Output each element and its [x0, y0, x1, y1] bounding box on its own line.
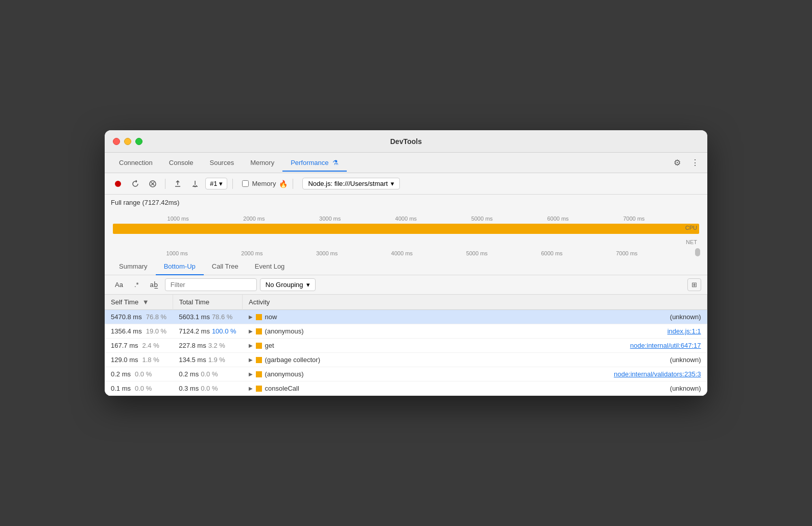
refresh-icon	[131, 180, 139, 188]
tab-bottom-up[interactable]: Bottom-Up	[156, 258, 204, 275]
cell-total-time: 227.8 ms3.2 %	[173, 339, 242, 353]
total-time-pct: 3.2 %	[208, 342, 225, 349]
whole-word-button[interactable]: ab̲	[146, 279, 162, 291]
memory-checkbox[interactable]	[242, 180, 249, 187]
profile-selector[interactable]: #1 ▾	[205, 178, 227, 189]
total-time-ms: 7124.2 ms	[179, 327, 210, 335]
table-row[interactable]: 0.1 ms0.0 %0.3 ms0.0 % ▶ consoleCall (un…	[105, 381, 707, 396]
activity-name: consoleCall	[265, 385, 299, 392]
sort-arrow: ▼	[142, 298, 149, 306]
cell-activity: ▶ (anonymous) index.js:1:1	[243, 324, 707, 339]
table-row[interactable]: 1356.4 ms19.0 %7124.2 ms100.0 % ▶ (anony…	[105, 324, 707, 339]
col-total-time: Total Time	[173, 295, 242, 310]
case-sensitive-button[interactable]: Aa	[111, 279, 127, 291]
clear-icon	[149, 180, 157, 188]
activity-cell: ▶ (garbage collector) (unknown)	[249, 356, 701, 364]
memory-label[interactable]: Memory	[252, 180, 276, 187]
self-time-ms: 0.2 ms	[111, 370, 131, 378]
divider-3	[293, 179, 293, 189]
activity-cell: ▶ (anonymous) index.js:1:1	[249, 327, 701, 335]
tab-connection[interactable]: Connection	[111, 155, 161, 172]
self-time-ms: 1356.4 ms	[111, 327, 142, 335]
upload-button[interactable]	[171, 178, 185, 190]
self-time-pct: 76.8 %	[146, 313, 166, 321]
total-time-pct: 100.0 %	[212, 327, 236, 335]
ruler-marks-top: 1000 ms 2000 ms 3000 ms 4000 ms 5000 ms …	[113, 216, 699, 222]
title-bar: DevTools	[105, 130, 707, 153]
net-label: NET	[686, 239, 697, 245]
self-time-pct: 0.0 %	[135, 370, 152, 378]
expand-button[interactable]: ▶	[249, 328, 253, 334]
panel-toggle-button[interactable]: ⊞	[687, 278, 701, 291]
total-time-ms: 134.5 ms	[179, 356, 206, 364]
target-selector[interactable]: Node.js: file:///Users/stmart ▾	[302, 178, 400, 189]
cell-total-time: 5603.1 ms78.6 %	[173, 310, 242, 324]
cell-self-time: 1356.4 ms19.0 %	[105, 324, 173, 339]
clear-button[interactable]	[146, 178, 160, 190]
expand-button[interactable]: ▶	[249, 357, 253, 363]
self-time-ms: 0.1 ms	[111, 385, 131, 392]
self-time-ms: 5470.8 ms	[111, 313, 142, 321]
grouping-select[interactable]: No Grouping ▾	[260, 278, 316, 291]
activity-cell: ▶ get node:internal/util:647:17	[249, 342, 701, 349]
table-row[interactable]: 167.7 ms2.4 %227.8 ms3.2 % ▶ get node:in…	[105, 339, 707, 353]
col-self-time[interactable]: Self Time ▼	[105, 295, 173, 310]
close-button[interactable]	[113, 138, 120, 145]
table-container: Self Time ▼ Total Time Activity 5470.8 m…	[105, 295, 707, 396]
divider-2	[232, 179, 233, 189]
activity-cell: ▶ consoleCall (unknown)	[249, 385, 701, 392]
timeline-ruler-bottom: 1000 ms 2000 ms 3000 ms 4000 ms 5000 ms …	[111, 248, 701, 256]
settings-button[interactable]: ⚙	[672, 156, 683, 170]
tab-console[interactable]: Console	[161, 155, 202, 172]
filter-input[interactable]	[165, 278, 257, 291]
self-time-pct: 2.4 %	[142, 342, 159, 349]
activity-source: (unknown)	[670, 313, 701, 321]
tab-bar: Connection Console Sources Memory Perfor…	[105, 153, 707, 173]
activity-color-dot	[256, 386, 262, 392]
tab-bar-right: ⚙ ⋮	[672, 156, 701, 170]
activity-source[interactable]: index.js:1:1	[667, 327, 701, 335]
regex-button[interactable]: .*	[130, 279, 143, 291]
refresh-button[interactable]	[128, 178, 142, 190]
minimize-button[interactable]	[124, 138, 131, 145]
activity-name: get	[265, 342, 274, 349]
scrollbar-thumb[interactable]	[695, 248, 700, 256]
record-button[interactable]	[111, 178, 125, 190]
expand-button[interactable]: ▶	[249, 343, 253, 348]
activity-color-dot	[256, 371, 262, 377]
tab-performance[interactable]: Performance ⚗	[282, 155, 347, 172]
cpu-bar-container: CPU	[111, 223, 701, 237]
table-row[interactable]: 129.0 ms1.8 %134.5 ms1.9 % ▶ (garbage co…	[105, 353, 707, 367]
activity-source[interactable]: node:internal/util:647:17	[630, 342, 701, 349]
total-time-pct: 0.0 %	[201, 385, 218, 392]
activity-source[interactable]: node:internal/validators:235:3	[614, 370, 701, 378]
more-options-button[interactable]: ⋮	[689, 156, 701, 170]
bottom-ruler-wrapper: 1000 ms 2000 ms 3000 ms 4000 ms 5000 ms …	[111, 248, 701, 256]
svg-point-0	[115, 181, 121, 187]
download-button[interactable]	[188, 178, 202, 190]
table-row[interactable]: 0.2 ms0.0 %0.2 ms0.0 % ▶ (anonymous) nod…	[105, 367, 707, 381]
tab-call-tree[interactable]: Call Tree	[204, 258, 247, 275]
self-time-ms: 167.7 ms	[111, 342, 138, 349]
filter-toolbar: Aa .* ab̲ No Grouping ▾ ⊞	[105, 275, 707, 295]
expand-button[interactable]: ▶	[249, 386, 253, 391]
cpu-bar	[113, 224, 699, 234]
total-time-ms: 5603.1 ms	[179, 313, 210, 321]
profile-dropdown-arrow: ▾	[219, 180, 223, 187]
filter-toolbar-right: ⊞	[687, 278, 701, 291]
table-row[interactable]: 5470.8 ms76.8 %5603.1 ms78.6 % ▶ now (un…	[105, 310, 707, 324]
expand-button[interactable]: ▶	[249, 371, 253, 377]
activity-name: now	[265, 313, 277, 321]
maximize-button[interactable]	[135, 138, 142, 145]
cell-self-time: 5470.8 ms76.8 %	[105, 310, 173, 324]
tab-event-log[interactable]: Event Log	[247, 258, 293, 275]
tab-summary[interactable]: Summary	[111, 258, 156, 275]
activity-name: (garbage collector)	[265, 356, 320, 364]
tab-memory[interactable]: Memory	[242, 155, 282, 172]
grouping-dropdown-arrow: ▾	[306, 281, 310, 289]
tab-sources[interactable]: Sources	[201, 155, 242, 172]
expand-button[interactable]: ▶	[249, 314, 253, 320]
record-icon	[114, 180, 122, 188]
memory-checkbox-area: Memory 🔥	[242, 180, 288, 188]
flask-icon: ⚗	[332, 159, 339, 166]
